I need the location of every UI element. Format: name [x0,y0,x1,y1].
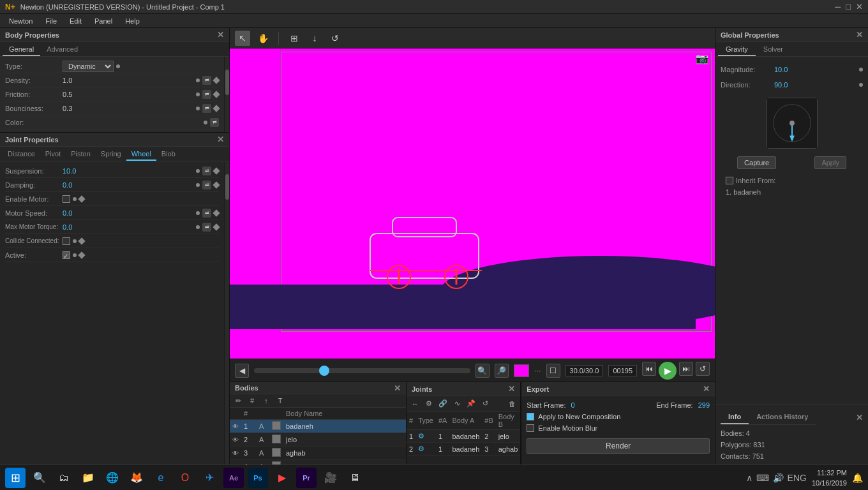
density-icon1[interactable]: ⇄ [202,76,211,85]
grid-tool[interactable]: ⊞ [287,31,302,46]
suspension-icon[interactable]: ⇄ [202,167,211,175]
maximize-button[interactable]: □ [846,2,851,11]
joint-row-2[interactable]: 2 ⚙ 1 badaneh 3 aghab [407,443,520,456]
play-button[interactable]: ▶ [659,362,677,380]
menu-panel[interactable]: Panel [88,16,119,26]
friction-icon1[interactable]: ⇄ [202,90,211,99]
premiere-app[interactable]: Pr [296,468,317,488]
tab-piston[interactable]: Piston [66,148,96,161]
tab-distance[interactable]: Distance [3,148,40,161]
timeline-knob[interactable] [319,366,329,376]
tray-keyboard[interactable]: ⌨ [756,473,769,483]
viewport[interactable]: 📷 [230,48,715,359]
bodies-tool2[interactable]: # [246,395,258,406]
body-row-2[interactable]: 👁 2 A jelo [230,433,406,446]
telegram-app[interactable]: ✈ [199,468,220,488]
move-down-tool[interactable]: ↓ [307,31,322,46]
tray-volume[interactable]: 🔊 [773,473,784,483]
motor-speed-icon[interactable]: ⇄ [202,209,211,218]
damping-diamond[interactable] [213,181,220,188]
collide-diamond[interactable] [78,237,85,244]
step-forward-button[interactable]: ⏭ [679,362,693,376]
search-button[interactable]: 🔍 [29,468,50,488]
gp-tab-solver[interactable]: Solver [756,43,791,56]
active-checkbox[interactable] [63,251,70,259]
loop-button[interactable]: ↺ [696,362,710,376]
system-clock[interactable]: 11:32 PM 10/16/2019 [812,468,847,488]
screen-app[interactable]: 🖥 [345,468,365,488]
select-tool[interactable]: ↖ [235,31,250,46]
suspension-diamond[interactable] [213,167,220,174]
tab-blob[interactable]: Blob [156,148,181,161]
opera-browser[interactable]: O [175,468,195,488]
playback-prev-frame[interactable]: ◀ [235,364,249,378]
capture-button[interactable]: Capture [737,156,776,169]
browser-firefox[interactable]: 🦊 [126,468,147,488]
gp-tab-gravity[interactable]: Gravity [718,43,756,56]
joint-properties-close[interactable]: ✕ [217,135,224,144]
joint-props-scrollbar[interactable] [224,161,229,464]
color-swatch[interactable] [514,364,529,377]
menu-edit[interactable]: Edit [63,16,88,26]
tray-expand[interactable]: ∧ [746,473,752,483]
tray-language[interactable]: ENG [788,473,807,483]
apply-new-comp-checkbox[interactable] [527,413,534,420]
joints-tool2[interactable]: ⚙ [423,398,435,410]
joints-tool5[interactable]: 📌 [465,398,477,410]
tab-pivot[interactable]: Pivot [40,148,66,161]
go-start-button[interactable]: ⏮ [642,362,656,376]
start-button[interactable]: ⊞ [5,468,26,488]
playback-zoom-out[interactable]: 🔍 [475,364,490,378]
body-props-scrollbar[interactable] [224,57,229,132]
menu-help[interactable]: Help [119,16,146,26]
bounciness-diamond[interactable] [213,105,220,112]
global-props-close[interactable]: ✕ [856,30,863,40]
joints-tool4[interactable]: ∿ [451,398,463,410]
damping-icon[interactable]: ⇄ [202,181,211,189]
export-close[interactable]: ✕ [703,384,710,394]
type-dropdown[interactable]: Dynamic [63,61,114,72]
minimize-button[interactable]: ─ [835,2,841,11]
pan-tool[interactable]: ✋ [255,31,271,46]
color-icon1[interactable]: ⇄ [210,118,219,127]
movie-app[interactable]: 🎥 [320,468,341,488]
bounciness-icon1[interactable]: ⇄ [202,104,211,113]
game-app[interactable]: ▶ [272,468,292,488]
body-row-4[interactable]: 👁 4 A زمین [230,459,406,464]
rotate-tool[interactable]: ↺ [327,31,343,46]
active-diamond[interactable] [78,251,85,258]
file-explorer[interactable]: 📁 [78,468,98,488]
playback-zoom-in[interactable]: 🔎 [495,364,509,378]
joints-delete[interactable]: 🗑 [506,398,518,410]
rb-tab-actions[interactable]: Actions History [749,410,816,424]
body-properties-close[interactable]: ✕ [217,30,224,40]
enable-motor-checkbox[interactable] [63,195,70,203]
rb-tab-info[interactable]: Info [721,410,749,424]
apply-button[interactable]: Apply [814,156,846,169]
collide-connected-checkbox[interactable] [63,237,70,245]
tab-spring[interactable]: Spring [96,148,126,161]
timeline-track[interactable] [254,368,470,373]
body-row-1[interactable]: 👁 1 A badaneh [230,419,406,433]
density-diamond[interactable] [213,77,220,84]
menu-file[interactable]: File [39,16,63,26]
bodies-tool3[interactable]: ↑ [260,395,272,406]
browser-ie[interactable]: 🌐 [102,468,123,488]
joints-tool1[interactable]: ↔ [409,398,421,410]
browser-edge[interactable]: e [151,468,171,488]
tab-advanced[interactable]: Advanced [40,43,84,56]
friction-diamond[interactable] [213,91,220,98]
joints-tool3[interactable]: 🔗 [437,398,449,410]
joint-row-1[interactable]: 1 ⚙ 1 badaneh 2 jelo [407,430,520,443]
joints-tool6[interactable]: ↺ [479,398,491,410]
bodies-close[interactable]: ✕ [394,383,401,393]
gravity-compass[interactable] [767,98,818,149]
bodies-tool1[interactable]: ✏ [232,395,244,406]
render-button[interactable]: Render [527,438,710,454]
close-button[interactable]: ✕ [856,2,863,11]
notifications-icon[interactable]: 🔔 [852,473,863,483]
enable-motion-blur-checkbox[interactable] [527,424,534,432]
bodies-tool4[interactable]: T [274,395,286,406]
task-view[interactable]: 🗂 [54,468,74,488]
motor-speed-diamond[interactable] [213,209,220,216]
